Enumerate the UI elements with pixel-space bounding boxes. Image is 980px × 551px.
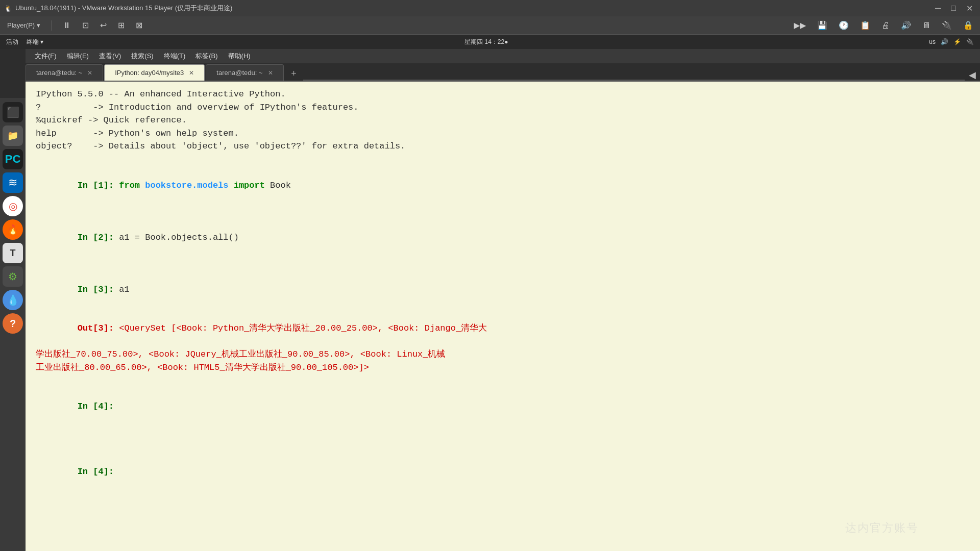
out3-text-1: <QuerySet [<Book: Python_清华大学出版社_20.00_2… xyxy=(119,323,487,333)
keyboard-layout-indicator[interactable]: us xyxy=(929,38,936,45)
system-menu-button[interactable]: 🔌 xyxy=(966,38,974,45)
terminal-window: 文件(F) 编辑(E) 查看(V) 搜索(S) 终端(T) 标签(B) 帮助(H… xyxy=(26,49,980,551)
titlebar-left: 🐧 Ubuntu_18.04(1911) - VMware Workstatio… xyxy=(4,4,232,13)
tab-scroll-left[interactable]: ◀ xyxy=(965,69,980,81)
sidebar-item-files[interactable]: 📁 xyxy=(3,126,23,146)
ubuntu-topbar-right: us 🔊 ⚡ 🔌 xyxy=(929,38,974,45)
terminal-menu-button[interactable]: 终端 ▾ xyxy=(27,38,43,46)
ubuntu-topbar: 活动 终端 ▾ 星期四 14：22● us 🔊 ⚡ 🔌 xyxy=(0,35,980,49)
in1-book: Book xyxy=(265,181,291,190)
in4b-prompt: In [4]: xyxy=(78,467,119,477)
display-button[interactable]: 🖥 xyxy=(920,20,933,31)
in1-import-keyword: import xyxy=(234,181,265,190)
in1-from-keyword: from xyxy=(119,181,140,190)
terminal-body: ⬛ 📁 PC ≋ ◎ 🔥 T ⚙ 💧 ? ⊞ 文件(F) 编辑(E) 查看(V)… xyxy=(0,49,980,551)
in1-prompt: In [1]: xyxy=(78,181,119,190)
player-menu[interactable]: Player(P) ▾ xyxy=(4,20,43,30)
titlebar-title: Ubuntu_18.04(1911) - VMware Workstation … xyxy=(15,4,232,13)
menu-view[interactable]: 查看(V) xyxy=(95,50,125,62)
tab-close-ipython[interactable]: ✕ xyxy=(189,69,194,77)
menu-file[interactable]: 文件(F) xyxy=(31,50,61,62)
sidebar: ⬛ 📁 PC ≋ ◎ 🔥 T ⚙ 💧 ? ⊞ xyxy=(0,98,26,551)
titlebar: 🐧 Ubuntu_18.04(1911) - VMware Workstatio… xyxy=(0,0,980,16)
in2-code: a1 = Book.objects.all() xyxy=(119,233,239,242)
datetime-display: 星期四 14：22● xyxy=(464,38,508,45)
terminal-content[interactable]: IPython 5.5.0 -- An enhanced Interactive… xyxy=(26,82,980,551)
lock-button[interactable]: 🔒 xyxy=(961,19,976,31)
sidebar-item-dev[interactable]: ⚙ xyxy=(3,266,23,287)
in1-space1 xyxy=(140,181,145,190)
out3-line-3: 工业出版社_80.00_65.00>, <Book: HTML5_清华大学出版社… xyxy=(36,361,970,374)
menu-help[interactable]: 帮助(H) xyxy=(224,50,255,62)
terminal-menubar: 文件(F) 编辑(E) 查看(V) 搜索(S) 终端(T) 标签(B) 帮助(H… xyxy=(26,49,980,63)
in2-line: In [2]: a1 = Book.objects.all() xyxy=(36,218,970,257)
out3-line: Out[3]: <QuerySet [<Book: Python_清华大学出版社… xyxy=(36,309,970,348)
sidebar-item-terminal[interactable]: ⬛ xyxy=(3,102,23,122)
clipboard-button[interactable]: 📋 xyxy=(857,19,873,31)
sidebar-item-help[interactable]: ? xyxy=(3,313,23,334)
unity-button[interactable]: ⊠ xyxy=(133,19,145,31)
in1-line: In [1]: from bookstore.models import Boo… xyxy=(36,166,970,205)
screenshot-button[interactable]: ⊡ xyxy=(80,19,91,31)
tab-label-tarena-2: tarena@tedu: ~ xyxy=(216,69,262,77)
in2-prompt: In [2]: xyxy=(78,233,119,242)
ubuntu-topbar-center: 星期四 14：22● xyxy=(464,38,508,46)
menu-edit[interactable]: 编辑(E) xyxy=(63,50,93,62)
sidebar-item-pycharm[interactable]: PC xyxy=(3,149,23,169)
in1-space2 xyxy=(229,181,234,190)
network-icon[interactable]: 🔊 xyxy=(941,38,948,45)
out3-label: Out[3]: xyxy=(78,323,119,333)
tab-label-ipython: IPython: day04/mysite3 xyxy=(115,69,184,77)
intro-line-4: help -> Python's own help system. xyxy=(36,127,970,140)
maximize-button[interactable]: □ xyxy=(948,3,959,14)
revert-button[interactable]: ↩ xyxy=(97,19,109,31)
intro-line-5: object? -> Details about 'object', use '… xyxy=(36,140,970,153)
minimize-button[interactable]: ─ xyxy=(932,3,944,14)
menu-tabs[interactable]: 标签(B) xyxy=(191,50,222,62)
send-ctrlaltdel-button[interactable]: ▶▶ xyxy=(791,19,808,31)
in3-prompt: In [3]: xyxy=(78,285,119,294)
sidebar-item-chrome[interactable]: ◎ xyxy=(3,196,23,216)
in4a-line: In [4]: xyxy=(36,387,970,427)
fullscreen-button[interactable]: ⊞ xyxy=(115,19,127,31)
in4a-prompt: In [4]: xyxy=(78,402,119,411)
sidebar-item-vscode[interactable]: ≋ xyxy=(3,172,23,193)
in4b-line: In [4]: xyxy=(36,452,970,491)
new-tab-button[interactable]: + xyxy=(287,66,301,81)
sidebar-item-text-editor[interactable]: T xyxy=(3,243,23,263)
vm-icon: 🐧 xyxy=(4,5,12,12)
audio-button[interactable]: 🔊 xyxy=(898,19,914,31)
in3-code: a1 xyxy=(119,285,129,294)
titlebar-controls: ─ □ ✕ xyxy=(932,3,976,14)
activities-button[interactable]: 活动 xyxy=(6,38,18,46)
in3-line: In [3]: a1 xyxy=(36,270,970,309)
intro-line-3: %quickref -> Quick reference. xyxy=(36,114,970,127)
out3-line-2: 学出版社_70.00_75.00>, <Book: JQuery_机械工业出版社… xyxy=(36,348,970,361)
menu-search[interactable]: 搜索(S) xyxy=(127,50,157,62)
close-button[interactable]: ✕ xyxy=(963,3,976,14)
tab-close-tarena-2[interactable]: ✕ xyxy=(268,69,273,77)
power-button[interactable]: 🔌 xyxy=(939,19,954,31)
toolbar-separator-1 xyxy=(52,20,52,31)
intro-line-2: ? -> Introduction and overview of IPytho… xyxy=(36,101,970,114)
tab-tarena-1[interactable]: tarena@tedu: ~ ✕ xyxy=(26,64,103,81)
menu-terminal[interactable]: 终端(T) xyxy=(160,50,190,62)
tab-close-tarena-1[interactable]: ✕ xyxy=(87,69,92,77)
sidebar-item-firefox[interactable]: 🔥 xyxy=(3,219,23,240)
terminal-tabs: tarena@tedu: ~ ✕ IPython: day04/mysite3 … xyxy=(26,63,980,82)
vmware-toolbar: Player(P) ▾ ⏸ ⊡ ↩ ⊞ ⊠ ▶▶ 💾 🕐 📋 🖨 🔊 🖥 🔌 🔒 xyxy=(0,16,980,35)
tab-label-tarena-1: tarena@tedu: ~ xyxy=(36,69,82,77)
removable-devices-button[interactable]: 💾 xyxy=(815,19,830,31)
in1-module: bookstore.models xyxy=(145,181,228,190)
power-indicator[interactable]: ⚡ xyxy=(953,38,961,45)
intro-line-1: IPython 5.5.0 -- An enhanced Interactive… xyxy=(36,88,970,101)
tab-ipython[interactable]: IPython: day04/mysite3 ✕ xyxy=(104,64,205,81)
print-button[interactable]: 🖨 xyxy=(879,20,892,31)
tab-tarena-2[interactable]: tarena@tedu: ~ ✕ xyxy=(206,64,283,81)
sidebar-item-dropbox[interactable]: 💧 xyxy=(3,290,23,310)
snapshot-button[interactable]: 🕐 xyxy=(836,19,851,31)
ubuntu-topbar-left: 活动 终端 ▾ xyxy=(6,38,43,46)
pause-button[interactable]: ⏸ xyxy=(60,20,74,31)
